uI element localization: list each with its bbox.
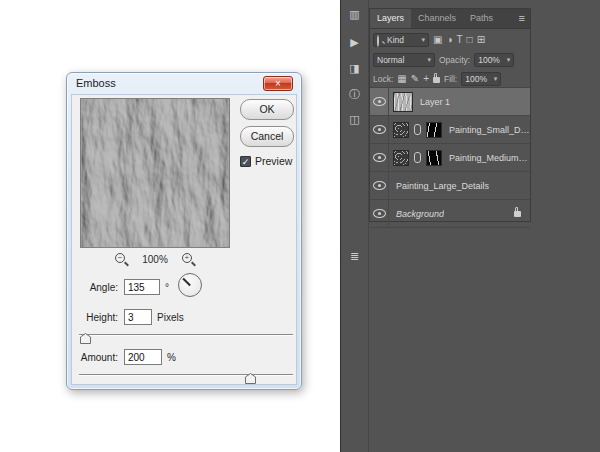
filter-kind-label: Kind [387, 35, 404, 45]
chevron-down-icon: ▾ [491, 75, 498, 83]
angle-dial-hand [182, 278, 190, 286]
layer-thumbnail[interactable] [393, 150, 409, 166]
layer-name[interactable]: Painting_Large_Details [396, 181, 489, 191]
layer-name[interactable]: Layer 1 [420, 97, 450, 107]
filter-shape-icon[interactable]: □ [467, 35, 473, 45]
chevron-down-icon: ▾ [424, 56, 431, 64]
color-panel-icon[interactable]: ◨ [341, 62, 368, 74]
libraries-icon[interactable]: ◫ [341, 113, 368, 125]
info-icon[interactable]: ⓘ [341, 88, 368, 100]
height-slider-track [79, 334, 293, 336]
tab-layers[interactable]: Layers [370, 9, 411, 28]
lock-all-icon[interactable] [433, 77, 440, 83]
layer-thumbnail[interactable] [393, 122, 409, 138]
lock-position-icon[interactable]: + [423, 74, 429, 84]
blend-mode-dropdown[interactable]: Normal ▾ [373, 53, 435, 67]
lock-pixels-icon[interactable]: ✎ [411, 74, 419, 84]
ok-button[interactable]: OK [240, 99, 294, 120]
height-row: Height: Pixels [72, 309, 184, 325]
dialog-title: Emboss [76, 77, 116, 89]
layer-mask-thumbnail[interactable] [426, 122, 442, 138]
height-slider-thumb[interactable] [80, 333, 91, 344]
panel-dock: ▥ ▶ ◨ ⓘ ◫ ≣ Layers Channels Paths ≡ Kind… [340, 0, 600, 452]
fill-label: Fill: [444, 74, 457, 84]
link-icon [414, 124, 421, 135]
filter-smartobject-icon[interactable]: ⊞ [477, 35, 485, 45]
filter-type-icon[interactable]: T [457, 35, 463, 45]
opacity-value: 100% [478, 55, 500, 65]
layer-name[interactable]: Painting_Medium_De... [449, 153, 530, 163]
lock-label: Lock: [373, 74, 393, 84]
zoom-level: 100% [142, 254, 168, 265]
height-unit: Pixels [157, 312, 184, 323]
layer-name[interactable]: Painting_Small_Details [449, 125, 530, 135]
dialog-titlebar[interactable]: Emboss × [67, 73, 301, 94]
blend-mode-value: Normal [377, 55, 404, 65]
amount-input[interactable] [124, 349, 162, 365]
angle-dial[interactable] [178, 273, 202, 297]
visibility-toggle[interactable] [370, 116, 389, 143]
angle-row: Angle: ° [72, 279, 169, 295]
amount-slider[interactable] [79, 371, 293, 384]
panels-icon[interactable]: ▥ [341, 8, 368, 20]
desktop: Emboss × OK Cancel ✓ Previe [0, 0, 600, 452]
layer-thumbnail[interactable] [393, 92, 413, 112]
eye-icon [373, 125, 386, 134]
search-icon [377, 36, 385, 44]
height-input[interactable] [124, 309, 152, 325]
visibility-toggle[interactable] [370, 144, 389, 171]
link-icon [414, 152, 421, 163]
filter-kind-dropdown[interactable]: Kind ▾ [373, 33, 429, 47]
filter-image-icon[interactable]: ▣ [433, 35, 442, 45]
amount-row: Amount: % [72, 349, 176, 365]
preview-toggle[interactable]: ✓ Preview [240, 155, 292, 167]
angle-unit: ° [165, 282, 169, 293]
eye-icon [373, 153, 386, 162]
zoom-in-icon[interactable]: + [182, 253, 195, 266]
layer-row-layer1[interactable]: Layer 1 [370, 88, 530, 116]
zoom-controls: − 100% + [80, 253, 230, 266]
layer-row-painting-small[interactable]: Painting_Small_Details [370, 116, 530, 144]
visibility-toggle[interactable] [370, 172, 389, 199]
chevron-down-icon: ▾ [418, 36, 425, 44]
locked-icon [514, 211, 521, 217]
layer-row-painting-medium[interactable]: Painting_Medium_De... [370, 144, 530, 172]
eye-icon [373, 209, 386, 218]
lock-row: Lock: ▦ ✎ + Fill: 100% ▾ [370, 70, 530, 88]
angle-input[interactable] [124, 279, 160, 295]
height-label: Height: [72, 312, 118, 323]
tab-paths[interactable]: Paths [463, 9, 500, 28]
chevron-down-icon: ▾ [504, 56, 511, 64]
opacity-label: Opacity: [439, 55, 470, 65]
actions-icon[interactable]: ▶ [341, 36, 368, 48]
emboss-dialog: Emboss × OK Cancel ✓ Previe [66, 72, 302, 390]
panel-menu-icon[interactable]: ≡ [514, 9, 530, 28]
blend-row: Normal ▾ Opacity: 100% ▾ [370, 50, 530, 70]
layer-name[interactable]: Background [396, 209, 444, 219]
fill-dropdown[interactable]: 100% ▾ [461, 72, 501, 86]
collapsed-panel-strip: ▥ ▶ ◨ ⓘ ◫ ≣ [341, 0, 369, 452]
close-icon[interactable]: × [263, 76, 293, 91]
layer-row-background[interactable]: Background [370, 200, 530, 228]
eye-icon [373, 181, 386, 190]
layer-mask-thumbnail[interactable] [426, 150, 442, 166]
zoom-out-icon[interactable]: − [115, 253, 128, 266]
layer-row-painting-large[interactable]: Painting_Large_Details [370, 172, 530, 200]
preview-label: Preview [255, 155, 292, 167]
lock-transparency-icon[interactable]: ▦ [397, 74, 406, 84]
filter-adjustment-icon[interactable]: ◑ [446, 35, 452, 45]
properties-icon[interactable]: ≣ [341, 250, 368, 262]
amount-unit: % [167, 352, 176, 363]
visibility-toggle[interactable] [370, 200, 389, 227]
amount-slider-thumb[interactable] [245, 373, 256, 384]
height-slider[interactable] [79, 331, 293, 344]
opacity-dropdown[interactable]: 100% ▾ [474, 53, 514, 67]
fill-value: 100% [465, 74, 487, 84]
tab-channels[interactable]: Channels [411, 9, 463, 28]
angle-label: Angle: [72, 282, 118, 293]
cancel-button[interactable]: Cancel [240, 126, 294, 147]
filter-preview-image[interactable] [80, 98, 230, 248]
amount-slider-track [79, 374, 293, 376]
preview-checkbox[interactable]: ✓ [240, 156, 251, 167]
visibility-toggle[interactable] [370, 88, 389, 115]
